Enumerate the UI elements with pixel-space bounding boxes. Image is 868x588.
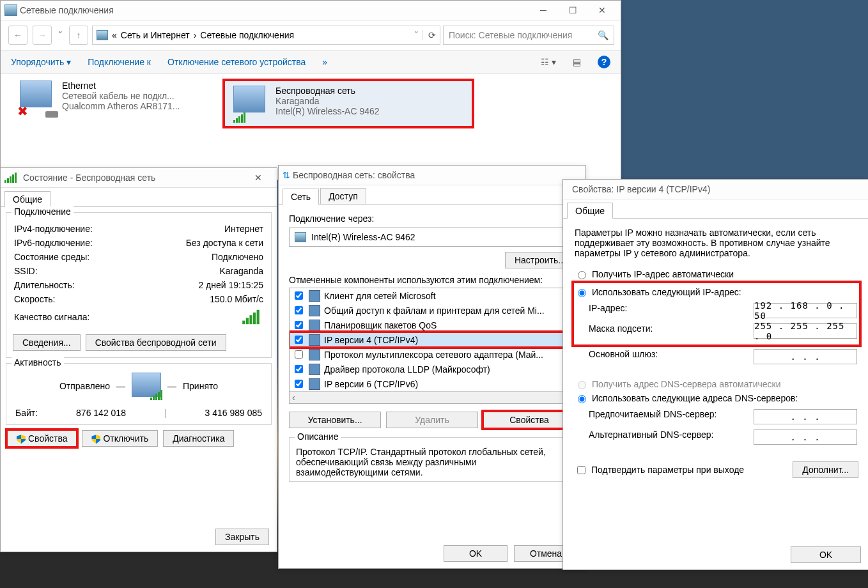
organize-menu[interactable]: Упорядочить ▾ [11,57,71,67]
group-legend: Подключение [12,206,74,217]
minimize-button[interactable]: ─ [529,1,558,20]
list-item[interactable]: Драйвер протокола LLDP (Майкрософт) [290,362,575,376]
component-icon [309,364,320,375]
item-name: Ethernet [62,81,180,91]
titlebar[interactable]: Состояние - Беспроводная сеть ✕ [1,168,277,188]
connect-to-button[interactable]: Подключение к [88,57,151,67]
monitor-icon [233,86,265,112]
search-box[interactable]: Поиск: Сетевые подключения 🔍 [443,26,614,45]
ip-address-input[interactable]: 192 . 168 . 0 . 50 [754,303,857,318]
disable-device-button[interactable]: Отключение сетевого устройства [167,57,306,67]
help-icon[interactable]: ? [598,56,610,68]
bytes-sent: 876 142 018 [76,408,126,418]
component-properties-button[interactable]: Свойства [483,412,575,428]
cable-icon [45,111,58,118]
list-item-ipv4[interactable]: IP версии 4 (TCP/IPv4) [290,332,575,347]
titlebar[interactable]: Сетевые подключения ─ ☐ ✕ [1,1,621,20]
breadcrumb-2[interactable]: Сетевые подключения [200,30,294,40]
up-button[interactable]: ↑ [69,26,88,45]
connections-list: ✖ Ethernet Сетевой кабель не подкл... Qu… [1,74,621,133]
preview-pane-icon[interactable]: ▤ [573,57,581,67]
ok-button[interactable]: OK [791,546,861,563]
list-item[interactable]: IP версии 6 (TCP/IPv6) [290,376,575,391]
list-item[interactable]: Протокол мультиплексора сетевого адаптер… [290,347,575,362]
titlebar[interactable]: Свойства: IP версии 4 (TCP/IPv4) [563,180,868,199]
tab-network[interactable]: Сеть [283,189,319,205]
radio-manual-dns[interactable]: Использовать следующие адреса DNS-сервер… [575,391,858,405]
components-listbox[interactable]: Клиент для сетей Microsoft Общий доступ … [289,288,575,404]
close-button[interactable]: ✕ [587,1,617,20]
preferred-dns-input[interactable]: . . . [754,409,857,424]
signal-icon [4,173,17,183]
refresh-icon[interactable]: ⟳ [422,30,436,40]
list-item[interactable]: Планировщик пакетов QoS [290,318,575,332]
radio-manual-ip[interactable]: Использовать следующий IP-адрес: [575,285,858,299]
window-title: Свойства: IP версии 4 (TCP/IPv4) [567,184,865,194]
list-item[interactable]: Общий доступ к файлам и принтерам для се… [290,303,575,318]
details-button[interactable]: Сведения... [13,334,81,351]
label: IPv6-подключение: [14,238,93,248]
alternate-dns-input[interactable]: . . . [754,429,857,445]
window-title: Сетевые подключения [17,5,529,15]
wireless-properties-button[interactable]: Свойства беспроводной сети [86,334,226,351]
nav-bar: ← → ˅ ↑ « Сеть и Интернет › Сетевые подк… [1,20,621,50]
description-legend: Описание [295,431,341,442]
value: Karaganda [219,266,263,276]
h-scrollbar[interactable]: ‹› [290,391,575,403]
diagnose-button[interactable]: Диагностика [163,430,234,447]
description-text: Протокол TCP/IP. Стандартный протокол гл… [296,447,568,477]
close-button[interactable]: ✕ [244,168,273,187]
ok-button[interactable]: OK [444,545,508,562]
label: Скорость: [14,294,55,304]
network-connections-window: Сетевые подключения ─ ☐ ✕ ← → ˅ ↑ « Сеть… [0,0,621,180]
view-options-icon[interactable]: ☷ ▾ [541,57,556,67]
shield-icon [91,435,100,444]
alternate-dns-label: Альтернативный DNS-сервер: [589,429,713,445]
signal-icon [233,112,245,123]
validate-on-exit-checkbox[interactable]: Подтвердить параметры при выходе [575,462,744,478]
window-title: Состояние - Беспроводная сеть [20,173,244,183]
recent-dropdown-icon[interactable]: ˅ [56,30,65,40]
chevron-down-icon[interactable]: ˅ [414,30,419,40]
back-button[interactable]: ← [8,26,27,45]
titlebar[interactable]: ⇅ Беспроводная сеть: свойства [279,166,585,185]
gateway-input[interactable]: . . . [754,349,857,364]
adapter-device-icon [295,232,306,242]
connection-item-ethernet[interactable]: ✖ Ethernet Сетевой кабель не подкл... Qu… [20,81,212,127]
properties-button[interactable]: Свойства [7,430,77,447]
network-icon [4,4,17,16]
signal-quality-label: Качество сигнала: [14,312,89,322]
activity-group: Активность Отправлено — — Принято Байт: … [6,363,272,425]
close-window-button[interactable]: Закрыть [215,529,269,545]
radio-auto-ip[interactable]: Получить IP-адрес автоматически [575,267,858,281]
ip-address-label: IP-адрес: [589,303,627,318]
address-bar[interactable]: « Сеть и Интернет › Сетевые подключения … [92,26,440,45]
value: 2 дней 19:15:25 [198,280,263,290]
maximize-button[interactable]: ☐ [558,1,587,20]
shield-icon [17,435,26,444]
tabstrip: Сеть Доступ [279,185,585,205]
disable-button[interactable]: Отключить [82,430,158,447]
breadcrumb-1[interactable]: Сеть и Интернет [121,30,190,40]
search-icon[interactable]: 🔍 [598,30,608,40]
install-button[interactable]: Установить... [289,412,381,428]
connection-item-wireless[interactable]: Беспроводная сеть Karaganda Intel(R) Wir… [224,81,472,127]
subnet-mask-input[interactable]: 255 . 255 . 255 . 0 [754,323,857,339]
subnet-mask-label: Маска подсети: [589,323,653,339]
advanced-button[interactable]: Дополнит... [793,461,858,478]
wifi-status-window: Состояние - Беспроводная сеть ✕ Общие По… [0,167,277,552]
tab-sharing[interactable]: Доступ [320,188,366,204]
more-commands[interactable]: » [322,57,327,67]
tab-general[interactable]: Общие [4,191,50,207]
tab-general[interactable]: Общие [567,203,613,219]
window-title: Беспроводная сеть: свойства [290,170,582,180]
item-status: Сетевой кабель не подкл... [62,91,180,101]
value: Без доступа к сети [186,238,263,248]
list-item[interactable]: Клиент для сетей Microsoft [290,288,575,303]
forward-button[interactable]: → [33,26,52,45]
network-icon [97,30,108,40]
breadcrumb-prefix: « [112,30,117,40]
tabstrip: Общие [563,199,868,219]
group-legend: Активность [12,357,64,368]
item-adapter: Intel(R) Wireless-AC 9462 [275,106,380,116]
